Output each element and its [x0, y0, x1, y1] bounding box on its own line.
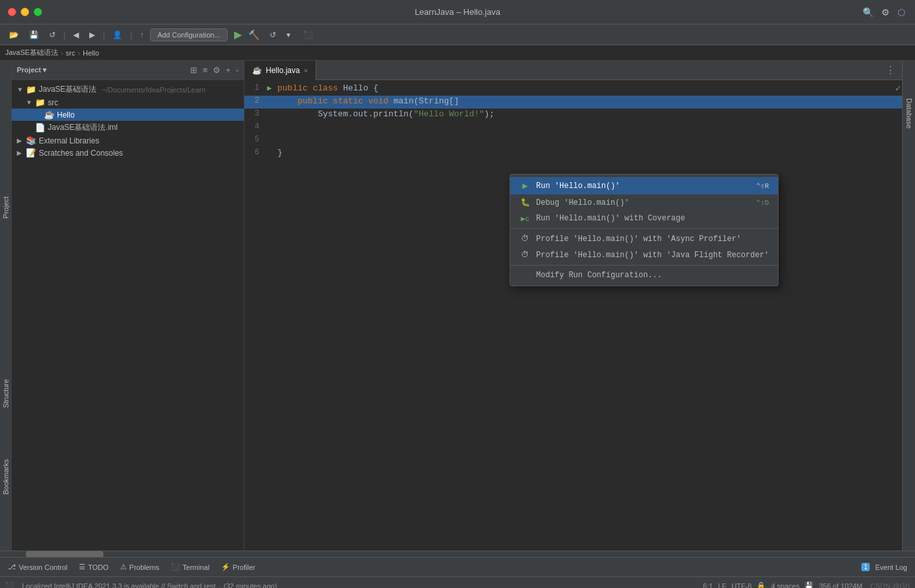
forward-button[interactable]: ▶ [85, 28, 99, 41]
more-run-button[interactable]: ▾ [283, 28, 294, 41]
run-gutter-1[interactable]: ▶ [267, 83, 277, 93]
nav-extra-1[interactable]: ⬛ [299, 28, 317, 41]
scrollbar-area[interactable] [0, 551, 915, 557]
rebuild-button[interactable]: ↺ [266, 28, 280, 41]
sidebar-icons: ⊞ ≡ ⚙ + - [190, 65, 239, 75]
tab-label: Hello.java [266, 66, 300, 75]
nav-folder-icon[interactable]: 📂 [5, 28, 23, 41]
minimize-button[interactable] [21, 8, 29, 16]
run-menu-icon: ▶ [519, 180, 531, 191]
todo-label: TODO [88, 563, 109, 571]
line-num-5: 5 [244, 135, 267, 144]
menu-sep-2 [510, 265, 778, 266]
breadcrumb-project[interactable]: JavaSE基础语法 [5, 48, 58, 58]
code-content-2: public static void main(String[] [277, 96, 459, 106]
code-line-1: 1 ▶ public class Hello { [244, 83, 902, 96]
close-button[interactable] [8, 8, 16, 16]
tree-label-ext-libs: External Libraries [39, 136, 99, 145]
code-editor[interactable]: 1 ▶ public class Hello { 2 public static… [244, 80, 902, 551]
version-control-button[interactable]: ⎇ Version Control [3, 561, 72, 573]
line-ending[interactable]: LF [718, 582, 726, 589]
sidebar-gear-icon[interactable]: ⚙ [213, 65, 221, 75]
sidebar-add-icon[interactable]: + [226, 65, 231, 75]
event-log-button[interactable]: 1 Event Log [856, 561, 912, 573]
title-bar-actions: 🔍 ⚙ ⬡ [863, 7, 905, 17]
code-content-3: System.out.println("Hello World!"); [277, 109, 494, 119]
status-right: 6:1 LF UTF-8 🔒 4 spaces 💾 356 of 1024M C… [703, 582, 910, 588]
tree-item-scratches[interactable]: ▶ 📝 Scratches and Consoles [12, 147, 244, 159]
notification-text[interactable]: Localized IntelliJ IDEA 2021.3.3 is avai… [22, 582, 277, 589]
profiler-icon: ⚡ [221, 563, 230, 571]
tree-item-hello[interactable]: ▶ ☕ Hello [12, 109, 244, 121]
encoding[interactable]: UTF-8 [731, 582, 751, 589]
problems-button[interactable]: ⚠ Problems [115, 561, 164, 573]
menu-item-debug[interactable]: 🐛 Debug 'Hello.main()' ⌃⇧D [510, 194, 778, 211]
project-panel-label[interactable]: Project [2, 196, 10, 218]
status-left: ⬛ Localized IntelliJ IDEA 2021.3.3 is av… [5, 582, 703, 588]
indent[interactable]: 4 spaces [771, 582, 799, 589]
menu-item-coverage[interactable]: ▶c Run 'Hello.main()' with Coverage [510, 211, 778, 226]
tab-icon: ☕ [252, 66, 262, 75]
tree-item-iml[interactable]: ▶ 📄 JavaSE基础语法.iml [12, 121, 244, 134]
profiler-button[interactable]: ⚡ Profiler [216, 561, 261, 573]
code-line-2: 2 public static void main(String[] [244, 96, 902, 109]
sidebar-remove-icon[interactable]: - [236, 65, 239, 75]
tab-bar: ☕ Hello.java × ⋮ [244, 61, 902, 80]
bookmarks-panel-label[interactable]: Bookmarks [2, 459, 10, 495]
tree-label-src: src [48, 98, 58, 107]
tree-label-hello: Hello [57, 110, 74, 120]
nav-refresh-icon[interactable]: ↺ [45, 28, 59, 41]
line-ending-value: LF [718, 582, 726, 589]
todo-button[interactable]: ☰ TODO [74, 561, 114, 573]
back-button[interactable]: ◀ [69, 28, 83, 41]
menu-item-profile-jfr-label: Profile 'Hello.main()' with 'Java Flight… [536, 251, 769, 260]
sidebar: Project ▾ ⊞ ≡ ⚙ + - ▼ 📁 JavaSE基础语法 ~/Doc… [12, 61, 244, 551]
tree-item-src[interactable]: ▼ 📁 src [12, 96, 244, 109]
folder-icon-root: 📁 [26, 85, 36, 94]
memory-usage-value: 356 of 1024M [819, 582, 862, 589]
terminal-button[interactable]: ⬛ Terminal [166, 561, 215, 573]
nav-vcs-icon[interactable]: ↑ [136, 28, 147, 41]
sidebar-locate-icon[interactable]: ⊞ [190, 65, 197, 75]
plugin-icon[interactable]: ⬡ [898, 7, 905, 17]
breadcrumb-bar: JavaSE基础语法 › src › Hello [0, 45, 915, 61]
code-line-6: 6 } [244, 147, 902, 160]
breadcrumb-src[interactable]: src [66, 49, 76, 57]
search-icon[interactable]: 🔍 [863, 7, 874, 17]
structure-panel-label[interactable]: Structure [2, 379, 10, 408]
tab-close-button[interactable]: × [304, 67, 308, 74]
add-configuration-button[interactable]: Add Configuration... [150, 28, 227, 41]
tree-label-scratches: Scratches and Consoles [39, 149, 123, 158]
breadcrumb-file[interactable]: Hello [83, 49, 99, 57]
gear-icon[interactable]: ⚙ [881, 7, 890, 17]
tree-item-root[interactable]: ▼ 📁 JavaSE基础语法 ~/Documents/IdeaProjects/… [12, 83, 244, 96]
iml-icon: 📄 [35, 123, 45, 132]
left-gutter: Project Structure Bookmarks [0, 61, 12, 551]
build-button[interactable]: 🔨 [244, 28, 263, 42]
sidebar-collapse-icon[interactable]: ≡ [202, 65, 208, 75]
status-bar: ⬛ Localized IntelliJ IDEA 2021.3.3 is av… [0, 576, 915, 588]
tab-more-button[interactable]: ⋮ [879, 64, 902, 76]
cursor-position[interactable]: 6:1 [703, 582, 713, 589]
nav-user-icon[interactable]: 👤 [109, 28, 126, 41]
menu-item-run[interactable]: ▶ Run 'Hello.main()' ⌃⇧R [510, 177, 778, 194]
menu-item-modify-config[interactable]: Modify Run Configuration... [510, 268, 778, 283]
folder-icon-src: 📁 [35, 98, 45, 107]
project-tree: ▼ 📁 JavaSE基础语法 ~/Documents/IdeaProjects/… [12, 80, 244, 162]
menu-item-profile-async[interactable]: ⏱ Profile 'Hello.main()' with 'Async Pro… [510, 231, 778, 247]
database-panel-label[interactable]: Database [903, 93, 915, 134]
run-button[interactable]: ▶ [234, 28, 242, 41]
memory-usage[interactable]: 356 of 1024M [819, 582, 862, 589]
code-line-5: 5 [244, 134, 902, 147]
line-num-3: 3 [244, 109, 267, 118]
code-content-1: public class Hello { [277, 83, 378, 93]
editor-tab-hello[interactable]: ☕ Hello.java × [244, 61, 316, 80]
nav-save-icon[interactable]: 💾 [25, 28, 43, 41]
arrow-iml: ▶ [26, 124, 32, 131]
menu-item-profile-jfr[interactable]: ⏱ Profile 'Hello.main()' with 'Java Flig… [510, 247, 778, 263]
csdn-label: CSDN @G() [870, 582, 910, 589]
todo-icon: ☰ [79, 563, 85, 571]
java-icon-hello: ☕ [44, 110, 54, 120]
tree-item-ext-libs[interactable]: ▶ 📚 External Libraries [12, 134, 244, 147]
maximize-button[interactable] [34, 8, 42, 16]
